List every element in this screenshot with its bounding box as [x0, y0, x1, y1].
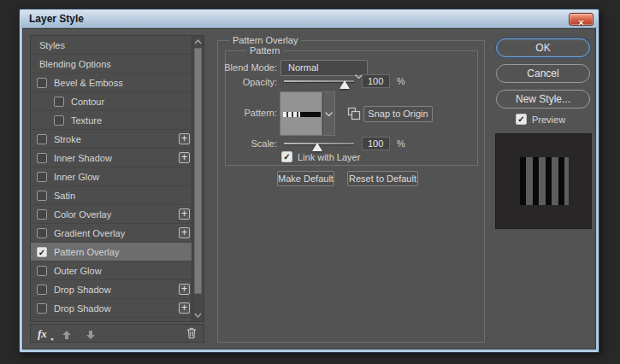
style-item-label: Pattern Overlay — [54, 247, 119, 257]
style-item-label: Blending Options — [39, 59, 111, 69]
subgroup-title: Pattern — [246, 45, 283, 56]
style-item-bevel-emboss[interactable]: Bevel & Emboss — [31, 73, 204, 92]
style-enable-checkbox[interactable] — [37, 78, 47, 88]
scrollbar-thumb[interactable] — [194, 48, 202, 294]
dialog-body: StylesBlending OptionsBevel & EmbossCont… — [22, 28, 596, 349]
group-title: Pattern Overlay — [229, 35, 301, 45]
style-item-outer-glow[interactable]: Outer Glow — [31, 261, 204, 280]
style-enable-checkbox[interactable] — [37, 228, 47, 238]
style-item-color-overlay[interactable]: Color Overlay+ — [31, 205, 204, 224]
close-icon: ✕ — [578, 19, 585, 27]
add-effect-icon[interactable]: + — [179, 284, 190, 295]
layer-preview-thumbnail — [495, 133, 592, 229]
style-enable-checkbox[interactable] — [37, 209, 47, 220]
titlebar[interactable]: Layer Style ✕ — [21, 10, 598, 28]
style-item-gradient-overlay[interactable]: Gradient Overlay+ — [31, 224, 204, 243]
style-enable-checkbox[interactable] — [37, 266, 47, 276]
style-enable-checkbox[interactable] — [54, 115, 64, 126]
style-item-label: Drop Shadow — [54, 285, 111, 295]
chevron-down-icon — [325, 112, 333, 116]
style-item-inner-glow[interactable]: Inner Glow — [31, 167, 204, 186]
scroll-up-icon[interactable] — [192, 37, 204, 47]
style-item-texture[interactable]: Texture — [31, 111, 204, 130]
dialog-title: Layer Style — [29, 13, 84, 25]
style-item-satin[interactable]: Satin — [31, 186, 204, 205]
pattern-swatch-line — [300, 112, 321, 117]
style-item-drop-shadow[interactable]: Drop Shadow+ — [31, 299, 204, 318]
close-button[interactable]: ✕ — [569, 13, 593, 26]
style-item-label: Styles — [39, 40, 65, 50]
style-enable-checkbox[interactable] — [37, 172, 47, 182]
style-item-label: Gradient Overlay — [54, 228, 125, 238]
layer-style-dialog: Layer Style ✕ StylesBlending OptionsBeve… — [19, 9, 599, 353]
blend-mode-label: Blend Mode: — [205, 62, 277, 73]
style-enable-checkbox[interactable]: ✓ — [37, 247, 47, 257]
style-list: StylesBlending OptionsBevel & EmbossCont… — [30, 35, 204, 322]
scale-input[interactable]: 100 — [362, 137, 390, 150]
scale-slider-thumb[interactable] — [312, 143, 322, 151]
snap-to-origin-button[interactable]: Snap to Origin — [363, 106, 433, 122]
scroll-down-icon[interactable] — [192, 310, 204, 320]
style-item-styles[interactable]: Styles — [31, 36, 204, 55]
fx-menu-button[interactable]: fx — [38, 326, 47, 341]
style-enable-checkbox[interactable] — [37, 303, 47, 314]
opacity-label: Opacity: — [205, 77, 277, 87]
style-item-label: Contour — [71, 97, 104, 107]
check-icon: ✓ — [517, 114, 524, 124]
delete-effect-button[interactable] — [186, 327, 197, 343]
pattern-swatch[interactable] — [280, 91, 322, 136]
move-effect-up-button[interactable] — [62, 328, 72, 343]
new-pattern-icon — [347, 107, 361, 120]
style-enable-checkbox[interactable] — [37, 285, 47, 295]
opacity-slider-thumb[interactable] — [340, 80, 350, 89]
style-item-contour[interactable]: Contour — [31, 92, 204, 111]
make-default-button[interactable]: Make Default — [277, 171, 334, 186]
style-item-label: Inner Glow — [54, 172, 99, 182]
blend-mode-value: Normal — [288, 62, 318, 73]
move-effect-down-button[interactable] — [86, 328, 96, 343]
link-with-layer-label: Link with Layer — [298, 152, 360, 162]
style-list-scrollbar[interactable] — [192, 36, 204, 321]
style-item-pattern-overlay[interactable]: ✓Pattern Overlay — [31, 243, 204, 261]
screen: Layer Style ✕ StylesBlending OptionsBeve… — [0, 0, 620, 364]
link-with-layer-checkbox[interactable]: ✓ — [281, 151, 292, 162]
arrow-up-icon — [62, 330, 72, 340]
style-enable-checkbox[interactable] — [37, 153, 47, 163]
opacity-input[interactable]: 100 — [362, 74, 390, 88]
style-item-inner-shadow[interactable]: Inner Shadow+ — [31, 149, 204, 167]
add-effect-icon[interactable]: + — [179, 227, 190, 238]
add-effect-icon[interactable]: + — [179, 133, 190, 144]
check-icon: ✓ — [283, 152, 290, 161]
style-item-label: Color Overlay — [54, 209, 111, 220]
new-pattern-button[interactable] — [347, 107, 361, 120]
pattern-picker-button[interactable] — [322, 91, 335, 136]
add-effect-icon[interactable]: + — [179, 302, 190, 314]
new-style-button[interactable]: New Style... — [496, 90, 590, 109]
cancel-button[interactable]: Cancel — [496, 64, 590, 83]
style-item-label: Stroke — [54, 134, 81, 144]
style-item-label: Texture — [71, 115, 102, 126]
style-item-label: Outer Glow — [54, 266, 102, 276]
preview-checkbox[interactable]: ✓ — [516, 114, 527, 125]
reset-to-default-button[interactable]: Reset to Default — [347, 171, 418, 186]
ok-button[interactable]: OK — [496, 38, 590, 57]
style-item-drop-shadow[interactable]: Drop Shadow+ — [31, 280, 204, 299]
style-item-blending-options[interactable]: Blending Options — [31, 55, 204, 73]
pattern-swatch-dashes — [283, 112, 300, 117]
add-effect-icon[interactable]: + — [179, 208, 190, 220]
style-list-footer: fx — [30, 324, 204, 343]
style-item-stroke[interactable]: Stroke+ — [31, 130, 204, 149]
style-enable-checkbox[interactable] — [37, 134, 47, 144]
blend-mode-select[interactable]: Normal — [280, 60, 368, 76]
style-item-label: Satin — [54, 191, 75, 201]
scale-unit: % — [397, 138, 405, 149]
style-enable-checkbox[interactable] — [37, 191, 47, 201]
scale-label: Scale: — [205, 138, 277, 149]
style-enable-checkbox[interactable] — [54, 97, 64, 107]
add-effect-icon[interactable]: + — [179, 152, 190, 163]
style-item-label: Bevel & Emboss — [54, 78, 123, 88]
preview-label: Preview — [532, 114, 565, 125]
fx-icon: fx — [38, 327, 47, 340]
arrow-down-icon — [86, 330, 96, 340]
opacity-unit: % — [397, 76, 405, 86]
